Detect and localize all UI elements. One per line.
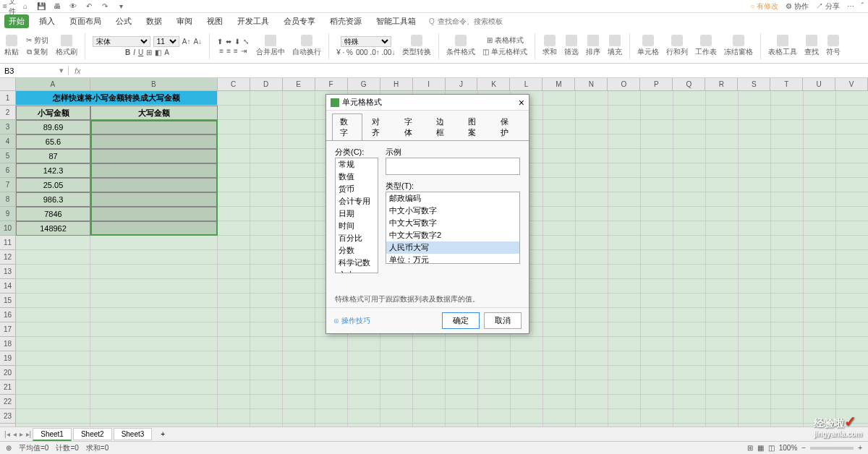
cell-D14[interactable] <box>250 279 283 294</box>
cell-T2[interactable] <box>771 106 804 120</box>
close-icon[interactable]: × <box>519 97 524 108</box>
cell-C14[interactable] <box>218 279 250 294</box>
cell-B14[interactable] <box>90 279 218 294</box>
cell-A14[interactable] <box>16 279 90 294</box>
cell-B15[interactable] <box>90 294 218 308</box>
cell-Q14[interactable] <box>673 279 706 294</box>
cell-C8[interactable] <box>218 192 250 207</box>
col-header-A[interactable]: A <box>16 78 90 91</box>
more-icon[interactable]: ⋯ <box>847 2 854 10</box>
decimal-buttons[interactable]: 000 .0↑ .00↓ <box>356 48 395 56</box>
cell-N14[interactable] <box>576 279 608 294</box>
cell-N10[interactable] <box>576 221 608 236</box>
cell-V13[interactable] <box>836 265 868 279</box>
cell-U1[interactable] <box>804 91 836 106</box>
col-header-T[interactable]: T <box>770 78 803 91</box>
zoom-in-icon[interactable]: + <box>858 444 862 452</box>
cell-C11[interactable] <box>218 236 250 250</box>
cell-B19[interactable] <box>90 351 218 366</box>
cell-V12[interactable] <box>836 250 868 265</box>
cell-P4[interactable] <box>641 134 673 149</box>
col-header-D[interactable]: D <box>250 78 283 91</box>
select-all-corner[interactable] <box>0 78 16 91</box>
cell-H23[interactable] <box>380 409 413 424</box>
cell-B16[interactable] <box>90 308 218 322</box>
cell-T5[interactable] <box>771 149 804 163</box>
cell-D19[interactable] <box>250 351 283 366</box>
sheet-tab-3[interactable]: Sheet3 <box>114 428 153 440</box>
paste-button[interactable]: 粘贴 <box>4 35 19 57</box>
category-list[interactable]: 常规数值货币会计专用日期时间百分比分数科学记数文本特殊自定义 <box>335 158 378 273</box>
tab-data[interactable]: 数据 <box>142 14 166 28</box>
col-header-V[interactable]: V <box>835 78 868 91</box>
cell-M1[interactable] <box>543 91 576 106</box>
grow-font-icon[interactable]: A↑ <box>182 38 191 46</box>
ok-button[interactable]: 确定 <box>442 312 480 329</box>
cell-N12[interactable] <box>576 250 608 265</box>
dlg-tab-3[interactable]: 边框 <box>428 113 459 141</box>
wrap-button[interactable]: 自动换行 <box>292 35 321 57</box>
tab-insert[interactable]: 插入 <box>35 14 59 28</box>
cell-P10[interactable] <box>641 221 673 236</box>
cell-S17[interactable] <box>739 322 771 337</box>
row-header-21[interactable]: 21 <box>0 380 16 395</box>
cell-U8[interactable] <box>804 192 836 207</box>
cell-P17[interactable] <box>641 322 673 337</box>
cell-H20[interactable] <box>380 366 413 380</box>
cell-O11[interactable] <box>608 236 641 250</box>
cell-L19[interactable] <box>511 351 543 366</box>
cell-M22[interactable] <box>543 395 576 409</box>
cell-E11[interactable] <box>283 236 315 250</box>
cell-P16[interactable] <box>641 308 673 322</box>
name-box[interactable]: B3▾ <box>0 66 69 75</box>
cell-U17[interactable] <box>804 322 836 337</box>
sheet-tab-1[interactable]: Sheet1 <box>33 428 72 441</box>
cell-B11[interactable] <box>90 236 218 250</box>
cell-R8[interactable] <box>706 192 739 207</box>
cell-N8[interactable] <box>576 192 608 207</box>
cell-I19[interactable] <box>413 351 446 366</box>
cell-I20[interactable] <box>413 366 446 380</box>
cell-N6[interactable] <box>576 163 608 178</box>
cell-Q22[interactable] <box>673 395 706 409</box>
cell-R17[interactable] <box>706 322 739 337</box>
cell-U6[interactable] <box>804 163 836 178</box>
cell-E7[interactable] <box>283 178 315 192</box>
cell-E15[interactable] <box>283 294 315 308</box>
cell-Q3[interactable] <box>673 120 706 134</box>
cell-U22[interactable] <box>804 395 836 409</box>
cell-P5[interactable] <box>641 149 673 163</box>
cell-U21[interactable] <box>804 380 836 395</box>
col-header-E[interactable]: E <box>283 78 315 91</box>
cell-O6[interactable] <box>608 163 641 178</box>
cell-S6[interactable] <box>739 163 771 178</box>
cell-S15[interactable] <box>739 294 771 308</box>
tablestyle-button[interactable]: ⊞ 表格样式 <box>487 35 524 46</box>
cell-Q13[interactable] <box>673 265 706 279</box>
cell-P22[interactable] <box>641 395 673 409</box>
row-header-17[interactable]: 17 <box>0 322 16 337</box>
cell-O18[interactable] <box>608 337 641 351</box>
cell-U14[interactable] <box>804 279 836 294</box>
cell-N7[interactable] <box>576 178 608 192</box>
sum-button[interactable]: 求和 <box>542 35 557 57</box>
cell-L18[interactable] <box>511 337 543 351</box>
cell-Q4[interactable] <box>673 134 706 149</box>
shrink-font-icon[interactable]: A↓ <box>193 38 202 46</box>
cell-D1[interactable] <box>250 91 283 106</box>
cell-U5[interactable] <box>804 149 836 163</box>
tab-layout[interactable]: 页面布局 <box>65 14 106 28</box>
cell-C15[interactable] <box>218 294 250 308</box>
cell-D16[interactable] <box>250 308 283 322</box>
align-center-icon[interactable]: ≡ <box>226 47 231 55</box>
cell-Q5[interactable] <box>673 149 706 163</box>
home-icon[interactable]: ⌂ <box>20 1 30 12</box>
cell-N20[interactable] <box>576 366 608 380</box>
cell-V17[interactable] <box>836 322 868 337</box>
cell-P6[interactable] <box>641 163 673 178</box>
row-header-5[interactable]: 5 <box>0 149 16 163</box>
cell-J19[interactable] <box>446 351 478 366</box>
cell-H21[interactable] <box>380 380 413 395</box>
col-header-I[interactable]: I <box>413 78 446 91</box>
cell-J22[interactable] <box>446 395 478 409</box>
